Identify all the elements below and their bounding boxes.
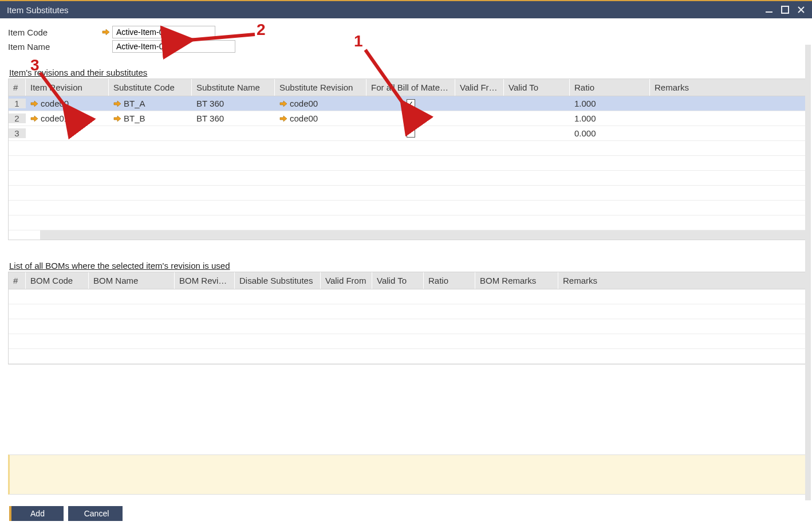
col2-valid-from[interactable]: Valid From (321, 272, 372, 289)
cell-for-all-bom[interactable] (366, 99, 455, 108)
maximize-button[interactable] (779, 3, 791, 16)
row-number: 3 (9, 128, 26, 138)
item-name-input[interactable] (112, 40, 235, 53)
header-form: Item Code Item Name (8, 25, 806, 54)
cell-substitute-name[interactable]: BT 360 (192, 113, 275, 123)
col2-bom-revision[interactable]: BOM Revision (175, 272, 235, 289)
link-arrow-icon[interactable] (113, 100, 121, 108)
cell-substitute-revision[interactable]: code00 (275, 113, 366, 123)
grid1-header-row: # Item Revision Substitute Code Substitu… (9, 79, 806, 96)
link-arrow-icon[interactable] (279, 115, 287, 123)
cell-ratio[interactable]: 0.000 (570, 128, 650, 138)
cell-substitute-code[interactable]: BT_A (109, 99, 192, 108)
minimize-button[interactable] (763, 3, 775, 16)
link-arrow-icon[interactable] (30, 100, 38, 108)
col-remarks[interactable]: Remarks (650, 79, 806, 96)
link-arrow-icon[interactable] (100, 28, 112, 36)
vertical-scrollbar[interactable] (805, 45, 811, 500)
col2-disable-subs[interactable]: Disable Substitutes (235, 272, 321, 289)
cell-item-revision[interactable]: code01 (26, 113, 109, 123)
item-code-label: Item Code (8, 28, 100, 37)
col2-bom-code[interactable]: BOM Code (26, 272, 89, 289)
cell-ratio[interactable]: 1.000 (570, 99, 650, 108)
col-valid-from[interactable]: Valid From (455, 79, 504, 96)
col-substitute-code[interactable]: Substitute Code (109, 79, 192, 96)
add-button[interactable]: Add (9, 506, 64, 521)
close-button[interactable] (795, 3, 807, 16)
link-arrow-icon[interactable] (279, 100, 287, 108)
content-area: Item Code Item Name Item's revisions and… (0, 18, 812, 529)
table-row[interactable]: 30.000 (9, 126, 806, 141)
svg-rect-1 (782, 6, 789, 13)
col-item-revision[interactable]: Item Revision (26, 79, 109, 96)
col-ratio[interactable]: Ratio (570, 79, 650, 96)
col-for-all-bom[interactable]: For all Bill of Materi... (366, 79, 455, 96)
for-all-bom-checkbox[interactable] (407, 99, 415, 108)
cell-for-all-bom[interactable] (366, 114, 455, 123)
cell-substitute-revision[interactable]: code00 (275, 99, 366, 108)
cell-substitute-name[interactable]: BT 360 (192, 99, 275, 108)
app-window: Item Substitutes Item Code Item Name (0, 0, 812, 529)
cell-item-revision[interactable]: code00 (26, 99, 109, 108)
link-arrow-icon[interactable] (30, 115, 38, 123)
grid2-header-row: # BOM Code BOM Name BOM Revision Disable… (9, 272, 806, 289)
col2-num[interactable]: # (9, 272, 26, 289)
cell-substitute-code[interactable]: BT_B (109, 113, 192, 123)
substitutes-grid: # Item Revision Substitute Code Substitu… (8, 79, 806, 240)
table-row[interactable]: 1 code00 BT_ABT 360 code001.000 (9, 96, 806, 111)
grid1-title: Item's revisions and their substitutes (9, 68, 806, 77)
titlebar: Item Substitutes (0, 1, 812, 18)
link-arrow-icon[interactable] (113, 115, 121, 123)
table-row[interactable]: 2 code01 BT_BBT 360 code001.000 (9, 111, 806, 126)
for-all-bom-checkbox[interactable] (407, 114, 415, 123)
svg-rect-0 (766, 11, 772, 13)
col2-valid-to[interactable]: Valid To (372, 272, 424, 289)
row-number: 1 (9, 99, 26, 108)
col2-bom-name[interactable]: BOM Name (89, 272, 175, 289)
item-name-label: Item Name (8, 42, 100, 52)
row-number: 2 (9, 113, 26, 123)
cancel-button[interactable]: Cancel (68, 506, 123, 521)
col2-ratio[interactable]: Ratio (424, 272, 475, 289)
item-code-input[interactable] (112, 26, 215, 38)
cell-ratio[interactable]: 1.000 (570, 113, 650, 123)
remarks-panel[interactable] (8, 454, 806, 495)
grid2-title: List of all BOMs where the selected item… (9, 261, 806, 271)
for-all-bom-checkbox[interactable] (407, 129, 415, 138)
col-valid-to[interactable]: Valid To (504, 79, 570, 96)
col-substitute-name[interactable]: Substitute Name (192, 79, 275, 96)
cell-for-all-bom[interactable] (366, 129, 455, 138)
bom-usage-grid: # BOM Code BOM Name BOM Revision Disable… (8, 272, 806, 365)
col-substitute-revision[interactable]: Substitute Revision (275, 79, 366, 96)
col2-bom-remarks[interactable]: BOM Remarks (475, 272, 558, 289)
col-num[interactable]: # (9, 79, 26, 96)
col2-remarks[interactable]: Remarks (558, 272, 806, 289)
grid1-hscroll[interactable] (9, 230, 806, 240)
window-title: Item Substitutes (7, 5, 69, 15)
